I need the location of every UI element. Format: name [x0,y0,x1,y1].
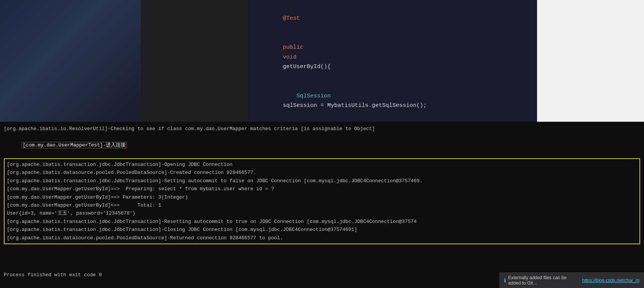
var-sqlsession: sqlSession = MybatisUtils.getSqlSession(… [283,102,427,109]
keyword-public: public [283,44,307,51]
yellow-line-7: User{id=3, name='王五', password='12345678… [7,209,637,217]
code-line-1: @Test [255,4,529,33]
bg-image-left [0,0,141,122]
yellow-box-section: [org.apache.ibatis.transaction.jdbc.Jdbc… [4,158,640,244]
notification-link[interactable]: https://blog.csdn.net/char_m [582,278,639,283]
yellow-line-1: [org.apache.ibatis.transaction.jdbc.Jdbc… [7,161,637,169]
console-line-1: [org.apache.ibatis.io.ResolverUtil]-Chec… [4,125,640,133]
class-sqlsession: SqlSession [283,93,334,99]
yellow-line-2: [org.apache.ibatis.datasource.pooled.Poo… [7,169,637,177]
code-editor: @Test public void getUserById(){ SqlSess… [248,0,537,122]
console-area: [org.apache.ibatis.io.ResolverUtil]-Chec… [0,122,644,288]
console-line-2: [com.my.dao.UserMapperTest]-进入连接 [4,133,640,157]
yellow-line-10: [org.apache.ibatis.datasource.pooled.Poo… [7,234,637,242]
notification-bar: ℹ Externally added files can be added to… [499,272,644,288]
process-finished: Process finished with exit code 0 [4,271,102,279]
code-line-3: SqlSession sqlSession = MybatisUtils.get… [255,81,529,120]
notification-text: Externally added files can be added to G… [508,275,580,286]
yellow-line-4: [com.my.dao.UserMapper.getUserById]==> P… [7,185,637,193]
code-line-2: public void getUserById(){ [255,33,529,82]
yellow-line-3: [org.apache.ibatis.transaction.jdbc.Jdbc… [7,177,637,185]
yellow-line-9: [org.apache.ibatis.transaction.jdbc.Jdbc… [7,226,637,234]
yellow-line-5: [com.my.dao.UserMapper.getUserById]==> P… [7,193,637,201]
annotation: @Test [283,15,300,22]
yellow-line-6: [com.my.dao.UserMapper.getUserById]<== T… [7,201,637,209]
keyword-void: void [283,54,300,60]
main-container: @Test public void getUserById(){ SqlSess… [0,0,644,288]
red-box-highlight: [com.my.dao.UserMapperTest]-进入连接 [22,142,127,148]
info-icon: ℹ [504,277,506,283]
method-name: getUserById(){ [283,64,331,70]
yellow-line-8: [org.apache.ibatis.transaction.jdbc.Jdbc… [7,218,637,226]
